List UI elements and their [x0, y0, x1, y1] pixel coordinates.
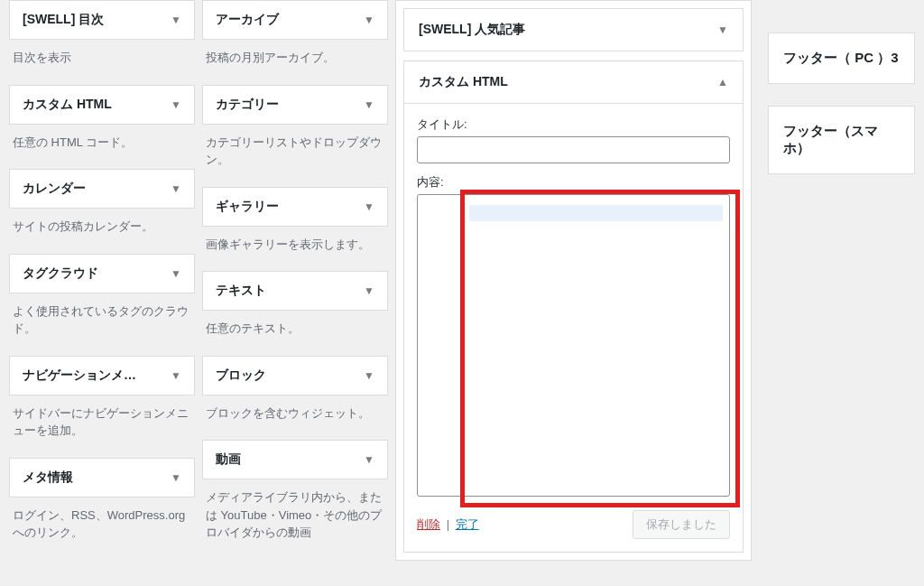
- widget-title: [SWELL] 人気記事: [419, 22, 525, 38]
- widget-actions: 削除 | 完了 保存しました: [417, 510, 730, 539]
- widget-description: 任意の HTML コード。: [9, 125, 195, 170]
- caret-up-icon: ▲: [717, 76, 728, 88]
- available-widget-header[interactable]: ブロック ▼: [202, 356, 388, 395]
- available-widget-header[interactable]: 動画 ▼: [202, 440, 388, 479]
- save-button[interactable]: 保存しました: [633, 510, 730, 539]
- widget-title: メタ情報: [23, 470, 73, 486]
- delete-link[interactable]: 削除: [417, 517, 440, 531]
- available-widget-header[interactable]: メタ情報 ▼: [9, 458, 195, 498]
- title-label: タイトル:: [417, 116, 730, 133]
- widget-description: メディアライブラリ内から、または YouTube・Vimeo・その他のプロバイダ…: [202, 479, 388, 560]
- available-widget-header[interactable]: カスタム HTML ▼: [9, 85, 195, 125]
- widget-description: サイトの投稿カレンダー。: [9, 209, 195, 254]
- widget-title: カスタム HTML: [23, 97, 112, 113]
- available-widget-header[interactable]: カテゴリー ▼: [202, 85, 388, 125]
- available-widget-header[interactable]: ギャラリー ▼: [202, 187, 388, 227]
- widget-description: 目次を表示: [9, 40, 195, 85]
- widget-title: アーカイブ: [216, 12, 279, 28]
- widget-title: カスタム HTML: [419, 74, 508, 90]
- widget-description: 任意のテキスト。: [202, 311, 388, 356]
- caret-down-icon: ▼: [171, 471, 181, 484]
- caret-down-icon: ▼: [364, 284, 374, 297]
- caret-down-icon: ▼: [364, 98, 374, 111]
- widget-title: カテゴリー: [216, 97, 279, 113]
- caret-down-icon: ▼: [171, 14, 181, 26]
- widget-title: カレンダー: [23, 181, 86, 197]
- separator: |: [447, 517, 449, 531]
- widget-description: よく使用されているタグのクラウド。: [9, 293, 195, 356]
- available-widget-header[interactable]: タグクラウド ▼: [9, 254, 195, 293]
- content-label: 内容:: [417, 174, 730, 191]
- widget-description: 画像ギャラリーを表示します。: [202, 227, 388, 272]
- title-input[interactable]: [417, 136, 730, 163]
- widget-area-footer-sp[interactable]: フッター（スマホ）: [768, 106, 915, 174]
- widget-description: ブロックを含むウィジェット。: [202, 395, 388, 441]
- caret-down-icon: ▼: [364, 453, 374, 466]
- area-title: フッター（ PC ）3: [783, 50, 899, 65]
- widget-title: ブロック: [216, 367, 266, 384]
- widget-title: テキスト: [216, 283, 266, 299]
- done-link[interactable]: 完了: [456, 517, 479, 531]
- content-box: [417, 194, 730, 499]
- available-widget-header[interactable]: [SWELL] 目次 ▼: [9, 0, 195, 40]
- caret-down-icon: ▼: [171, 98, 181, 111]
- widget-description: 投稿の月別アーカイブ。: [202, 40, 388, 85]
- available-widget-header[interactable]: テキスト ▼: [202, 271, 388, 311]
- caret-down-icon: ▼: [364, 200, 374, 213]
- widget-body: タイトル: 内容: 削除 | 完了 保存しました: [403, 104, 744, 553]
- widget-title: ギャラリー: [216, 199, 279, 215]
- widget-title: [SWELL] 目次: [23, 12, 104, 28]
- available-widget-header[interactable]: アーカイブ ▼: [202, 0, 388, 40]
- placed-widget-header-collapsed[interactable]: [SWELL] 人気記事 ▼: [403, 8, 744, 51]
- caret-down-icon: ▼: [717, 23, 728, 36]
- caret-down-icon: ▼: [364, 14, 374, 26]
- caret-down-icon: ▼: [364, 369, 374, 382]
- widget-description: カテゴリーリストやドロップダウン。: [202, 125, 388, 187]
- widget-description: サイドバーにナビゲーションメニューを追加。: [9, 395, 195, 458]
- area-title: フッター（スマホ）: [783, 123, 878, 155]
- placed-widget-header-open[interactable]: カスタム HTML ▲: [403, 60, 744, 104]
- widget-title: タグクラウド: [23, 265, 98, 282]
- available-widget-header[interactable]: ナビゲーションメ… ▼: [9, 356, 195, 395]
- widget-description: ログイン、RSS、WordPress.org へのリンク。: [9, 498, 195, 560]
- widget-area-footer-pc-3[interactable]: フッター（ PC ）3: [768, 33, 915, 84]
- caret-down-icon: ▼: [171, 267, 181, 280]
- widget-title: ナビゲーションメ…: [23, 367, 136, 384]
- caret-down-icon: ▼: [171, 369, 181, 382]
- available-widget-header[interactable]: カレンダー ▼: [9, 169, 195, 209]
- content-textarea[interactable]: [417, 194, 730, 497]
- caret-down-icon: ▼: [171, 182, 181, 195]
- widget-title: 動画: [216, 451, 241, 468]
